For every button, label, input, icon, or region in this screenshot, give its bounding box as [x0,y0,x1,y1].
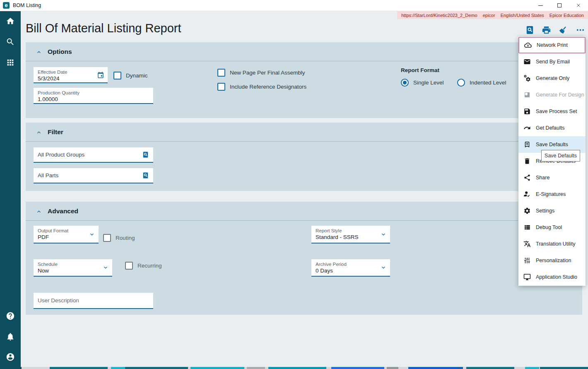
lookup-search-icon[interactable] [142,151,149,158]
window-titlebar: e BOM Listing [0,0,588,11]
schedule-dropdown[interactable]: Schedule Now [34,259,112,277]
menu-item-save-process-set[interactable]: Save Process Set [518,103,586,120]
translate-icon [523,240,531,248]
options-panel: Options Effective Date 5/3/2024 Dynamic … [26,42,582,118]
environment-user: epicor [483,13,495,18]
share-nodes-icon [523,174,531,181]
parts-value: All Parts [38,172,142,178]
list-icon [523,224,531,231]
close-button[interactable] [569,0,588,11]
environment-company: Epicor Education [549,13,584,18]
divider [26,141,582,142]
search-icon[interactable] [6,37,15,46]
menu-item-label: Personalization [536,258,571,263]
email-icon [523,58,531,65]
preview-report-icon [525,25,535,35]
menu-item-debug-tool[interactable]: Debug Tool [518,219,586,236]
save-defaults-tooltip: Save Defaults [541,150,580,162]
menu-item-application-studio[interactable]: Application Studio [518,269,586,285]
menu-item-send-by-email[interactable]: Send By Email [518,53,586,70]
single-level-label: Single Level [413,80,444,86]
menu-item-network-print[interactable]: Network Print [518,37,586,53]
recurring-checkbox-row: Recurring [125,262,162,270]
minimize-button[interactable] [531,0,550,11]
include-ref-checkbox-row: Include Reference Designators [217,83,306,91]
filter-collapse-button[interactable] [36,129,42,136]
production-quantity-value: 1.00000 [38,96,149,103]
menu-item-settings[interactable]: Settings [518,203,586,219]
output-format-dropdown[interactable]: Output Format PDF [34,226,99,244]
advanced-panel: Advanced Output Format PDF Routing Repor… [26,202,582,315]
notifications-bell-icon[interactable] [6,332,15,341]
monitor-icon [523,273,531,281]
product-groups-lookup[interactable]: All Product Groups [34,147,153,163]
dynamic-checkbox[interactable] [113,72,121,80]
advanced-collapse-button[interactable] [36,208,42,215]
maximize-button[interactable] [550,0,569,11]
preview-report-button[interactable] [525,25,535,35]
effective-date-field[interactable]: Effective Date 5/3/2024 [34,67,108,83]
parts-lookup[interactable]: All Parts [34,168,153,183]
menu-item-generate-only[interactable]: Generate Only [518,70,586,87]
trash-icon [523,157,531,165]
ellipsis-icon [576,25,585,35]
epicor-logo-icon: e [3,2,10,9]
effective-date-label: Effective Date [38,69,104,75]
calendar-icon[interactable] [97,71,104,79]
environment-url: https://StarLord/Kinetic2023_2_Demo [401,13,477,18]
single-level-radio-row: Single Level [401,79,444,87]
menu-item-translation-utility[interactable]: Translation Utility [518,236,586,252]
chevron-down-icon [102,264,109,271]
new-page-label: New Page Per Final Assembly [230,70,305,76]
overflow-menu-button[interactable] [576,25,585,35]
schedule-value: Now [38,267,108,274]
recurring-checkbox [125,262,133,270]
account-icon[interactable] [6,352,15,362]
routing-checkbox-row: Routing [103,234,135,242]
menu-item-generate-for-design: Generate For Design [518,87,586,103]
menu-item-label: Network Print [537,42,568,48]
print-button[interactable] [542,25,551,35]
menu-item-label: Translation Utility [536,241,575,247]
save-icon [523,108,531,115]
menu-item-label: Send By Email [536,59,570,65]
menu-item-label: Generate Only [536,75,569,81]
sliders-icon [523,257,531,264]
menu-item-personalization[interactable]: Personalization [518,252,586,269]
menu-item-label: Get Defaults [536,125,564,131]
menu-item-label: E-Signatures [536,191,566,197]
lookup-search-icon[interactable] [142,172,149,179]
menu-item-label: Settings [536,208,554,214]
indented-level-radio[interactable] [457,79,465,87]
schedule-label: Schedule [38,261,108,267]
network-print-icon [524,41,532,49]
routing-label: Routing [116,235,135,241]
apps-grid-icon[interactable] [6,58,15,67]
single-level-radio[interactable] [401,79,409,87]
user-description-input[interactable]: User Description [34,293,153,309]
product-groups-value: All Product Groups [38,152,142,158]
divider [26,61,582,61]
new-page-checkbox[interactable] [217,69,225,77]
menu-item-label: Generate For Design [536,92,584,98]
menu-item-get-defaults[interactable]: Get Defaults [518,120,586,136]
report-style-value: Standard - SSRS [316,234,386,241]
window-controls [531,0,588,11]
gear-icon [523,207,531,215]
menu-item-e-signatures[interactable]: E-Signatures [518,186,586,203]
menu-item-label: Save Defaults [536,142,568,147]
include-ref-checkbox[interactable] [217,83,225,91]
page-title: Bill Of Material Listing Report [26,22,181,35]
clear-form-button[interactable] [558,25,568,35]
home-icon[interactable] [6,17,15,26]
archive-period-dropdown[interactable]: Archive Period 0 Days [311,259,390,277]
options-collapse-button[interactable] [36,49,42,55]
report-style-dropdown[interactable]: Report Style Standard - SSRS [311,226,390,244]
menu-item-share[interactable]: Share [518,169,586,186]
help-icon[interactable] [6,311,15,321]
menu-item-label: Application Studio [536,274,577,280]
close-icon [576,3,581,8]
archive-period-label: Archive Period [316,261,386,267]
production-quantity-field[interactable]: Production Quantity 1.00000 [34,88,153,104]
chevron-up-icon [36,129,42,136]
